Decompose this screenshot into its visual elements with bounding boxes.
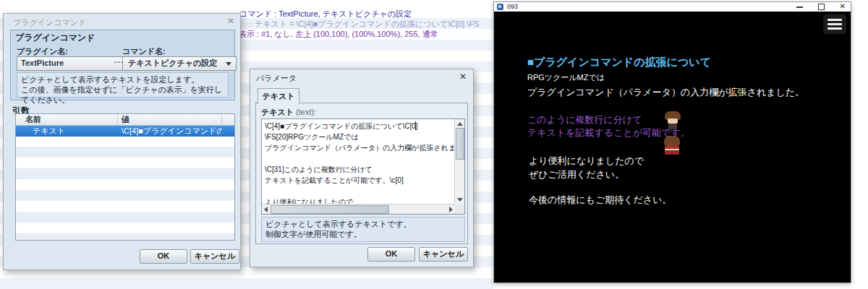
game-screen: ■プラグインコマンドの拡張について RPGツクールMZでは プラグインコマンド（…	[494, 12, 851, 282]
event-command-line: コマンド : TextPicture, テキストピクチャの設定	[239, 9, 412, 20]
game-text-line: ぜひご活用ください。	[529, 168, 624, 181]
game-text-line: 今後の情報にもご期待ください。	[529, 194, 671, 207]
scrollbar-corner	[455, 204, 464, 214]
dialog-title: プラグインコマンド	[13, 17, 86, 28]
window-title: 093	[507, 3, 518, 10]
ok-button[interactable]: OK	[140, 249, 187, 264]
command-description-box: ピクチャとして表示するテキストを設定します。 この後、画像を指定せずに「ピクチャ…	[17, 72, 229, 98]
plugin-name-value: TextPicture	[21, 59, 64, 67]
command-name-select[interactable]: テキストピクチャの設定	[122, 56, 237, 71]
event-command-show-picture-line: 表示 : #1, なし, 左上 (100,100), (100%,100%), …	[239, 29, 438, 40]
dialog-title: パラメータ	[256, 73, 297, 84]
text-field-label-main: テキスト	[261, 108, 294, 116]
argument-value-cell: \C[4]■プラグインコマンドの拡…	[118, 126, 222, 137]
game-title-bar[interactable]: 093 ✕	[494, 2, 851, 12]
sprite-body	[668, 124, 677, 129]
close-icon[interactable]: ✕	[459, 72, 467, 81]
command-name-label: コマンド名:	[122, 46, 166, 57]
scroll-right-icon[interactable]	[449, 207, 453, 212]
textarea-content: \C[4]■プラグインコマンドの拡張について\C[0] \FS[20]RPGツク…	[262, 119, 455, 204]
table-header-row: 名前 値	[16, 114, 234, 126]
tab-panel: テキスト (text): \C[4]■プラグインコマンドの拡張について\C[0]…	[255, 103, 468, 244]
sprite-body	[665, 146, 679, 155]
event-command-continuation-line: ：テキスト = \C[4]■プラグインコマンドの拡張について\C[0] \FS	[247, 19, 479, 30]
plugin-command-dialog: プラグインコマンド ✕ プラグインコマンド プラグイン名: コマンド名: Tex…	[3, 13, 241, 270]
game-text-line-purple: このように複数行に分けて	[527, 113, 642, 126]
ok-button[interactable]: OK	[367, 247, 415, 262]
parameter-description-box: ピクチャとして表示するテキストです。 制御文字が使用可能です。	[261, 217, 465, 242]
parameter-dialog: パラメータ ✕ テキスト テキスト (text): \C[4]■プラグインコマン…	[250, 69, 474, 267]
scroll-left-icon[interactable]	[264, 207, 268, 212]
vertical-scroll-thumb[interactable]	[456, 128, 464, 160]
scroll-up-icon[interactable]	[457, 122, 463, 126]
game-text-line: より便利になりましたので	[529, 155, 644, 168]
editor-top-strip	[0, 0, 493, 7]
plugin-name-label: プラグイン名:	[17, 46, 68, 57]
horizontal-scroll-thumb[interactable]	[271, 205, 389, 214]
close-icon[interactable]: ✕	[227, 17, 234, 25]
scroll-down-icon[interactable]	[457, 198, 463, 202]
horizontal-scrollbar[interactable]	[262, 204, 455, 214]
table-row-selected[interactable]: テキスト \C[4]■プラグインコマンドの拡…	[16, 126, 234, 137]
maximize-icon[interactable]	[818, 4, 825, 10]
column-header-name: 名前	[16, 114, 118, 125]
plugin-name-input[interactable]: TextPicture ···	[17, 56, 127, 71]
game-text-line: RPGツクールMZでは	[527, 72, 605, 83]
plugin-command-group: プラグインコマンド プラグイン名: コマンド名: TextPicture ···…	[10, 30, 235, 100]
cancel-button[interactable]: キャンセル	[190, 249, 239, 264]
arguments-table[interactable]: 名前 値 テキスト \C[4]■プラグインコマンドの拡…	[15, 113, 235, 241]
sprite-face	[668, 118, 678, 124]
character-sprite-back	[663, 136, 681, 159]
character-sprite-front	[663, 111, 682, 134]
tab-text[interactable]: テキスト	[258, 88, 299, 104]
game-text-line: プラグインコマンド（パラメータ）の入力欄が拡張されました。	[527, 86, 804, 99]
hamburger-menu-icon[interactable]	[823, 14, 846, 34]
chevron-down-icon	[226, 62, 231, 66]
text-field-label: テキスト (text):	[261, 107, 316, 118]
text-caret	[415, 121, 416, 130]
command-name-value: テキストピクチャの設定	[128, 59, 217, 67]
game-text-heading: ■プラグインコマンドの拡張について	[527, 56, 711, 69]
minimize-icon[interactable]	[796, 7, 803, 8]
close-icon[interactable]: ✕	[840, 2, 846, 10]
text-field-label-suffix: (text):	[294, 108, 316, 116]
column-header-value: 値	[118, 114, 222, 125]
game-playtest-window: 093 ✕ ■プラグインコマンドの拡張について RPGツクールMZでは プラグイ…	[493, 1, 851, 283]
text-parameter-textarea[interactable]: \C[4]■プラグインコマンドの拡張について\C[0] \FS[20]RPGツク…	[261, 118, 465, 215]
group-title: プラグインコマンド	[15, 32, 95, 44]
sprite-hair	[664, 136, 680, 146]
argument-name-cell: テキスト	[16, 126, 118, 137]
cancel-button[interactable]: キャンセル	[419, 247, 468, 262]
vertical-scrollbar[interactable]	[454, 119, 464, 204]
app-icon	[497, 4, 503, 10]
